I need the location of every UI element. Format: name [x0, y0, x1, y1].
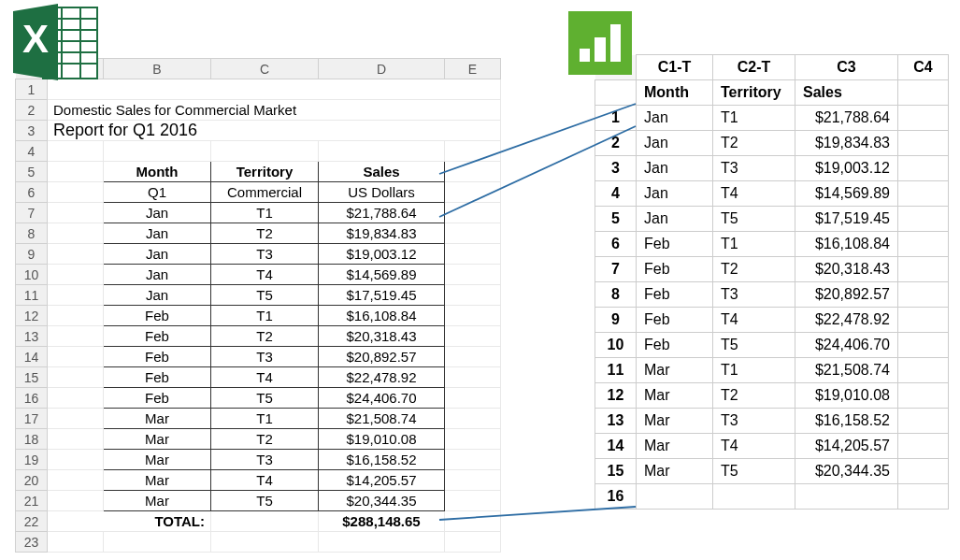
row-header[interactable]: 2 — [16, 100, 48, 121]
row-header[interactable]: 21 — [16, 491, 48, 511]
cell-territory[interactable]: T2 — [211, 223, 319, 244]
cell-territory[interactable]: T1 — [713, 358, 795, 383]
cell-sales[interactable]: $16,108.84 — [795, 232, 898, 257]
cell-month[interactable]: Feb — [104, 326, 211, 347]
cell-territory[interactable]: T4 — [211, 470, 319, 491]
cell-territory[interactable]: T3 — [713, 282, 795, 308]
row-header[interactable]: 4 — [16, 141, 48, 162]
col-header[interactable]: D — [319, 59, 445, 79]
cell-territory[interactable]: T4 — [713, 434, 795, 459]
cell-month[interactable]: Feb — [104, 388, 211, 409]
cell-territory[interactable]: T2 — [211, 429, 319, 450]
row-header[interactable]: 3 — [16, 121, 48, 141]
cell-territory[interactable]: T2 — [713, 257, 795, 282]
cell-sales[interactable]: $21,508.74 — [795, 358, 898, 383]
row-number[interactable]: 1 — [595, 106, 637, 131]
cell-month[interactable]: Feb — [637, 308, 713, 333]
cell-sales[interactable]: $17,519.45 — [319, 285, 445, 306]
cell-territory[interactable]: T1 — [211, 306, 319, 326]
cell-month[interactable]: Jan — [637, 106, 713, 131]
row-number[interactable]: 10 — [595, 333, 637, 358]
cell-sales[interactable]: $20,318.43 — [795, 257, 898, 282]
row-header[interactable]: 23 — [16, 532, 48, 553]
subheader[interactable]: Q1 — [104, 182, 211, 203]
cell-sales[interactable]: $19,834.83 — [795, 131, 898, 156]
cell-month[interactable]: Mar — [637, 358, 713, 383]
cell-sales[interactable]: $21,788.64 — [319, 203, 445, 223]
row-header[interactable]: 5 — [16, 162, 48, 182]
cell-sales[interactable]: $19,003.12 — [319, 244, 445, 265]
cell-month[interactable]: Jan — [637, 207, 713, 232]
cell-territory[interactable]: T3 — [211, 450, 319, 470]
cell-territory[interactable]: T4 — [211, 265, 319, 285]
cell-territory[interactable]: T4 — [713, 181, 795, 207]
cell-sales[interactable]: $14,205.57 — [795, 434, 898, 459]
cell-sales[interactable]: $17,519.45 — [795, 207, 898, 232]
cell-month[interactable]: Feb — [637, 333, 713, 358]
col-header[interactable]: B — [104, 59, 211, 79]
cell-month[interactable]: Feb — [637, 282, 713, 308]
cell-month[interactable]: Mar — [104, 450, 211, 470]
cell-territory[interactable]: T1 — [211, 203, 319, 223]
cell-sales[interactable]: $20,344.35 — [795, 459, 898, 484]
report-title[interactable]: Domestic Sales for Commercial Market — [48, 100, 501, 121]
cell-sales[interactable]: $16,108.84 — [319, 306, 445, 326]
row-number[interactable]: 13 — [595, 409, 637, 434]
row-header[interactable]: 18 — [16, 429, 48, 450]
row-header[interactable]: 15 — [16, 367, 48, 388]
cell-sales[interactable]: $21,788.64 — [795, 106, 898, 131]
cell-sales[interactable]: $19,834.83 — [319, 223, 445, 244]
cell-territory[interactable]: T3 — [713, 409, 795, 434]
cell-month[interactable]: Feb — [104, 306, 211, 326]
row-header[interactable]: 9 — [16, 244, 48, 265]
cell-sales[interactable]: $19,010.08 — [795, 383, 898, 409]
cell-month[interactable]: Jan — [104, 203, 211, 223]
cell-sales[interactable]: $14,569.89 — [319, 265, 445, 285]
row-header[interactable]: 16 — [16, 388, 48, 409]
total-label[interactable]: TOTAL: — [48, 511, 211, 532]
cell-month[interactable]: Mar — [104, 409, 211, 429]
total-value[interactable]: $288,148.65 — [319, 511, 445, 532]
row-header[interactable]: 12 — [16, 306, 48, 326]
row-number[interactable]: 11 — [595, 358, 637, 383]
cell-month[interactable]: Mar — [637, 434, 713, 459]
cell-sales[interactable]: $19,003.12 — [795, 156, 898, 181]
subheader-month[interactable]: Month — [637, 80, 713, 106]
row-number[interactable]: 12 — [595, 383, 637, 409]
cell-sales[interactable]: $16,158.52 — [795, 409, 898, 434]
cell-sales[interactable]: $16,158.52 — [319, 450, 445, 470]
cell-month[interactable]: Jan — [104, 265, 211, 285]
row-number[interactable]: 15 — [595, 459, 637, 484]
row-number[interactable]: 14 — [595, 434, 637, 459]
cell-month[interactable]: Jan — [637, 131, 713, 156]
cell-sales[interactable]: $14,569.89 — [795, 181, 898, 207]
row-header[interactable]: 20 — [16, 470, 48, 491]
row-number[interactable]: 9 — [595, 308, 637, 333]
cell-month[interactable]: Mar — [104, 491, 211, 511]
cell-sales[interactable]: $22,478.92 — [319, 367, 445, 388]
row-header[interactable]: 7 — [16, 203, 48, 223]
cell-month[interactable]: Jan — [637, 181, 713, 207]
cell-territory[interactable]: T3 — [211, 347, 319, 367]
cell-territory[interactable]: T5 — [211, 491, 319, 511]
row-header[interactable]: 11 — [16, 285, 48, 306]
row-header[interactable]: 17 — [16, 409, 48, 429]
subheader[interactable]: Commercial — [211, 182, 319, 203]
table-header-month[interactable]: Month — [104, 162, 211, 182]
cell-territory[interactable]: T5 — [713, 459, 795, 484]
subheader-sales[interactable]: Sales — [795, 80, 898, 106]
cell-territory[interactable]: T1 — [211, 409, 319, 429]
col-header[interactable]: E — [445, 59, 501, 79]
cell-territory[interactable]: T4 — [211, 367, 319, 388]
cell-sales[interactable]: $21,508.74 — [319, 409, 445, 429]
cell-territory[interactable]: T5 — [211, 285, 319, 306]
cell-territory[interactable]: T1 — [713, 232, 795, 257]
cell-territory[interactable]: T3 — [713, 156, 795, 181]
report-subtitle[interactable]: Report for Q1 2016 — [48, 121, 501, 141]
cell-month[interactable]: Feb — [104, 347, 211, 367]
cell-territory[interactable]: T5 — [211, 388, 319, 409]
table-header-territory[interactable]: Territory — [211, 162, 319, 182]
cell-month[interactable]: Mar — [637, 459, 713, 484]
cell-sales[interactable]: $24,406.70 — [319, 388, 445, 409]
cell-territory[interactable]: T2 — [713, 131, 795, 156]
